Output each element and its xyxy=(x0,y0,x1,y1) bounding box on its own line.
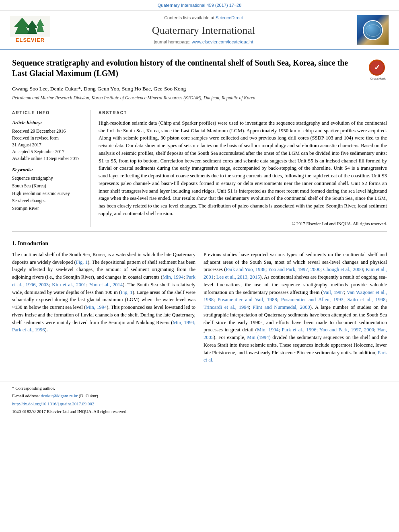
ref-posamentier-1988[interactable]: Posamentier and Vail, 1988 xyxy=(218,297,277,302)
globe-icon xyxy=(363,20,383,40)
crossmark-label: CrossMark xyxy=(369,76,387,81)
intro-right-col: Previous studies have reported various t… xyxy=(204,251,387,367)
email-note: E-mail address: dcukur@kigam.re.kr (D. C… xyxy=(12,393,399,399)
section-divider-2 xyxy=(12,231,387,232)
fig1-link-1[interactable]: Fig. 1 xyxy=(76,259,88,265)
ref-kim-2001[interactable]: Kim et al., 2001 xyxy=(52,282,86,288)
ref-saito-1998[interactable]: Saito et al., 1998 xyxy=(348,297,386,302)
corresponding-author-note: * Corresponding author. xyxy=(12,385,399,392)
keywords-section: Keywords: Sequence stratigraphy South Se… xyxy=(12,166,84,212)
article-footer: * Corresponding author. E-mail address: … xyxy=(0,382,399,419)
journal-top-bar: Quaternary International 459 (2017) 17–2… xyxy=(0,0,399,11)
article-info-label: ARTICLE INFO xyxy=(12,110,84,116)
keyword-4: Sea-level changes xyxy=(12,197,84,204)
received-revised-label: Received in revised form xyxy=(12,135,84,141)
received-revised-date: 31 August 2017 xyxy=(12,142,84,148)
journal-header: ELSEVIER Contents lists available at Sci… xyxy=(0,11,399,50)
ref-min-1994c[interactable]: Min, 1994 xyxy=(257,327,279,333)
article-content: Sequence stratigraphy and evolution hist… xyxy=(0,50,399,375)
introduction-section: 1. Introduction The continental shelf of… xyxy=(12,240,387,368)
available-date: Available online 13 September 2017 xyxy=(12,156,84,162)
ref-yoo-park-1997[interactable]: Yoo and Park, 1997, 2000 xyxy=(268,267,321,272)
keyword-2: South Sea (Korea) xyxy=(12,183,84,189)
crossmark-svg: ✓ xyxy=(370,60,384,75)
ref-park-yoo-1988[interactable]: Park and Yoo, 1988 xyxy=(226,267,265,272)
ref-yoo-2014[interactable]: Yoo et al., 2014 xyxy=(89,282,123,288)
ref-lee-2013[interactable]: Lee et al., 2013, 2015 xyxy=(216,274,260,280)
abstract-column: ABSTRACT High-resolution seismic data (C… xyxy=(99,110,387,227)
email-link[interactable]: dcukur@kigam.re.kr xyxy=(41,393,77,398)
abstract-text: High-resolution seismic data (Chirp and … xyxy=(99,119,387,218)
ref-chough-2000[interactable]: Chough et al., 2000 xyxy=(323,267,363,272)
fig1-link-2[interactable]: Fig. 1 xyxy=(121,290,132,295)
elsevier-tree-logo xyxy=(10,16,50,37)
keyword-3: High-resolution seismic survey xyxy=(12,190,84,197)
abstract-label: ABSTRACT xyxy=(99,110,387,116)
ref-park-et-al[interactable]: Park et al. xyxy=(204,350,387,363)
intro-section-title: 1. Introduction xyxy=(12,240,387,248)
sciencedirect-link[interactable]: ScienceDirect xyxy=(216,15,243,20)
article-title: Sequence stratigraphy and evolution hist… xyxy=(12,58,363,78)
doi-link[interactable]: http://dx.doi.org/10.1016/j.quaint.2017.… xyxy=(12,401,94,406)
article-history-title: Article history: xyxy=(12,119,84,126)
ref-min-1994d[interactable]: Min (1994) xyxy=(247,335,271,340)
ref-trincardi-1994[interactable]: Trincardi et al., 1994 xyxy=(204,304,249,310)
crossmark-icon: ✓ xyxy=(369,60,385,76)
copyright-line: © 2017 Elsevier Ltd and INQUA. All right… xyxy=(99,221,387,227)
crossmark-badge: ✓ CrossMark xyxy=(369,60,387,81)
intro-left-para: The continental shelf of the South Sea, … xyxy=(12,251,195,334)
intro-left-col: The continental shelf of the South Sea, … xyxy=(12,251,195,367)
article-title-section: Sequence stratigraphy and evolution hist… xyxy=(12,58,387,81)
ref-posamentier-allen[interactable]: Posamentier and Allen, 1993 xyxy=(281,297,343,302)
intro-columns: The continental shelf of the South Sea, … xyxy=(12,251,387,367)
accepted-date: Accepted 5 September 2017 xyxy=(12,149,84,155)
ref-plint-nummedal[interactable]: Plint and Nummedal, 2000 xyxy=(253,304,310,310)
ref-vail-1987[interactable]: Vail, 1987 xyxy=(323,290,344,295)
ref-min-1994b[interactable]: Min, 1994 xyxy=(86,304,107,310)
logo-box-inner xyxy=(357,15,389,45)
intro-right-para: Previous studies have reported various t… xyxy=(204,251,387,364)
article-info-abstract-columns: ARTICLE INFO Article history: Received 2… xyxy=(12,110,387,227)
ref-min-park[interactable]: Min, 1994; Park et al., 1996 xyxy=(12,320,195,333)
journal-logo-box xyxy=(357,15,389,45)
keyword-1: Sequence stratigraphy xyxy=(12,175,84,182)
journal-title: Quaternary International xyxy=(56,23,351,38)
received-date: Received 29 December 2016 xyxy=(12,128,84,134)
doi-line: http://dx.doi.org/10.1016/j.quaint.2017.… xyxy=(12,401,399,407)
svg-text:✓: ✓ xyxy=(374,64,380,72)
homepage-link[interactable]: www.elsevier.com/locate/quaint xyxy=(192,39,253,44)
elsevier-brand: ELSEVIER xyxy=(16,37,45,44)
journal-citation: Quaternary International 459 (2017) 17–2… xyxy=(158,3,242,8)
authors-line: Gwang-Soo Lee, Deniz Cukur*, Dong-Geun Y… xyxy=(12,85,387,93)
contents-available-text: Contents lists available at ScienceDirec… xyxy=(56,15,351,21)
issn-line: 1040-6182/© 2017 Elsevier Ltd and INQUA.… xyxy=(12,409,399,415)
page-container: Quaternary International 459 (2017) 17–2… xyxy=(0,0,399,419)
journal-header-center: Contents lists available at ScienceDirec… xyxy=(56,15,351,45)
ref-yoo-park-2000[interactable]: Yoo and Park, 1997, 2000 xyxy=(319,327,374,333)
article-info-column: ARTICLE INFO Article history: Received 2… xyxy=(12,110,90,227)
section-divider-1 xyxy=(12,106,387,106)
keywords-title: Keywords: xyxy=(12,166,84,173)
ref-min-1994[interactable]: Min, 1994 xyxy=(162,274,183,280)
journal-homepage: journal homepage: www.elsevier.com/locat… xyxy=(56,39,351,45)
affiliation-line: Petroleum and Marine Research Division, … xyxy=(12,94,387,101)
journal-right-logo xyxy=(355,15,391,45)
keyword-5: Seomjin River xyxy=(12,205,84,212)
elsevier-logo-area: ELSEVIER xyxy=(8,16,52,44)
ref-park-1996b[interactable]: Park et al., 1996 xyxy=(282,327,317,333)
